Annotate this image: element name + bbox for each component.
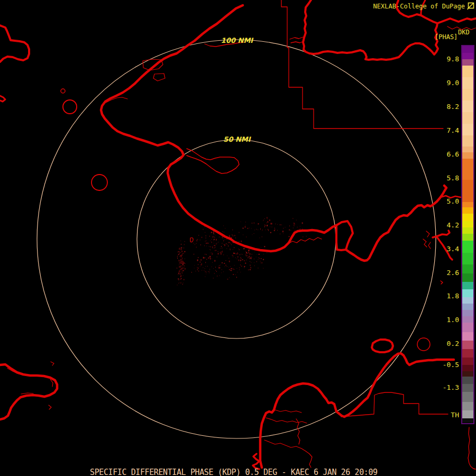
- color-scale-segment: [462, 332, 473, 341]
- credit-line: NEXLAB-College of DuPage: [373, 2, 474, 10]
- map-outline-path: [344, 353, 454, 417]
- color-scale-segment: [462, 402, 473, 410]
- map-outline-path: [187, 149, 239, 173]
- map-outline-path: [50, 379, 53, 387]
- map-outline-path: [153, 74, 165, 81]
- color-scale-segment: [462, 392, 473, 402]
- color-scale-segment: [462, 147, 473, 152]
- map-outline-path: [0, 96, 5, 102]
- map-outline-path: [423, 239, 427, 247]
- radar-display: 100 NMI 50 NMI NEXLAB-College of DuPage …: [0, 0, 476, 476]
- map-outline-path: [428, 242, 431, 249]
- map-outline-path: [266, 418, 307, 423]
- range-ring: [137, 140, 336, 338]
- color-scale-segment: [462, 264, 473, 273]
- color-scale-segment: [462, 202, 473, 207]
- map-outline-path: [288, 237, 322, 244]
- map-outline-path: [275, 410, 301, 413]
- map-outline-circle: [61, 89, 65, 93]
- map-outline-path: [190, 238, 193, 242]
- map-outline-path: [291, 41, 304, 43]
- color-scale-tick: 5.0: [447, 197, 459, 206]
- map-outline-path: [433, 231, 450, 237]
- color-scale-segment: [462, 46, 473, 53]
- color-scale-segment: [462, 365, 473, 371]
- color-scale-segment: [462, 341, 473, 349]
- product-caption: SPECIFIC DIFFERENTIAL PHASE (KDP) 0.5 DE…: [90, 468, 378, 476]
- map-outline-path: [426, 231, 429, 237]
- color-scale-segment: [462, 112, 473, 124]
- color-scale-tick: 7.4: [447, 126, 459, 135]
- color-scale-segment: [462, 371, 473, 377]
- color-scale-segment: [462, 297, 473, 304]
- map-outline-path: [290, 37, 303, 39]
- color-scale-tick: 4.2: [447, 221, 459, 230]
- color-scale-segment: [462, 377, 473, 384]
- color-scale-segment: [462, 282, 473, 289]
- radar-echoes: [177, 217, 306, 285]
- color-scale-segment: [462, 323, 473, 332]
- color-scale-segment: [462, 310, 473, 316]
- map-outline-path: [0, 25, 29, 62]
- color-scale-tick: 5.8: [447, 174, 459, 182]
- color-scale-segment: [462, 241, 473, 253]
- color-scale-segment: [462, 273, 473, 282]
- color-scale-tick: 8.2: [447, 103, 459, 111]
- map-outline-path: [441, 281, 443, 284]
- map-outline-path: [51, 362, 54, 365]
- color-scale-tick: 0.2: [447, 340, 459, 348]
- color-scale-segment: [462, 207, 473, 214]
- color-scale-segment: [462, 59, 473, 66]
- map-outline-path: [372, 340, 393, 352]
- color-scale-segment: [462, 100, 473, 112]
- radar-map-canvas: [0, 0, 476, 476]
- color-scale-segment: [462, 159, 473, 180]
- color-scale-tick: 3.4: [447, 245, 459, 253]
- color-scale-tick: 9.0: [447, 79, 459, 87]
- color-scale-segment: [462, 152, 473, 159]
- map-outline-circle: [91, 175, 107, 190]
- color-scale-bar: [461, 45, 474, 424]
- color-scale-segment: [462, 349, 473, 358]
- range-ring-label-100nmi: 100 NMI: [221, 36, 253, 44]
- color-scale-segment: [462, 304, 473, 310]
- color-scale-tick: -0.5: [443, 361, 459, 369]
- product-unit-label: [PHAS]: [435, 33, 457, 41]
- map-outline-path: [264, 440, 312, 468]
- color-scale-tick: 6.6: [447, 150, 459, 159]
- map-outline-path: [21, 393, 33, 394]
- color-scale-segment: [462, 214, 473, 221]
- map-outline-path: [336, 221, 353, 250]
- map-outline-path: [0, 364, 57, 419]
- map-outline-path: [341, 392, 448, 417]
- color-scale-tick: 9.8: [447, 55, 459, 63]
- map-outline-circle: [63, 100, 77, 114]
- color-scale-tick: 1.0: [447, 316, 459, 324]
- color-scale-segment: [462, 124, 473, 135]
- color-scale-segment: [462, 410, 473, 418]
- color-scale-segment: [462, 358, 473, 365]
- color-scale-segment: [462, 221, 473, 227]
- color-scale-segment: [462, 135, 473, 147]
- map-outline-circle: [417, 338, 430, 351]
- range-ring-label-50nmi: 50 NMI: [223, 135, 250, 143]
- nexlab-logo-icon: [467, 2, 474, 10]
- color-scale-segment: [462, 316, 473, 323]
- color-scale-tick: 1.8: [447, 292, 459, 300]
- product-code-label: DKD: [458, 29, 470, 36]
- map-outline-path: [468, 427, 475, 469]
- color-scale-segment: [462, 66, 473, 77]
- color-scale-segment: [462, 253, 473, 264]
- map-outline-path: [260, 383, 344, 468]
- color-scale-segment: [462, 384, 473, 392]
- color-scale-segment: [462, 418, 473, 423]
- map-outline-path: [49, 405, 51, 409]
- map-outline-path: [253, 454, 259, 469]
- color-scale-segment: [462, 227, 473, 234]
- color-scale-tick: TH: [451, 411, 459, 419]
- credit-text: NEXLAB-College of DuPage: [373, 3, 465, 10]
- color-scale-tick: -1.3: [443, 383, 459, 392]
- color-scale-segment: [462, 289, 473, 297]
- color-scale-segment: [462, 234, 473, 241]
- color-scale-tick: 2.6: [447, 269, 459, 277]
